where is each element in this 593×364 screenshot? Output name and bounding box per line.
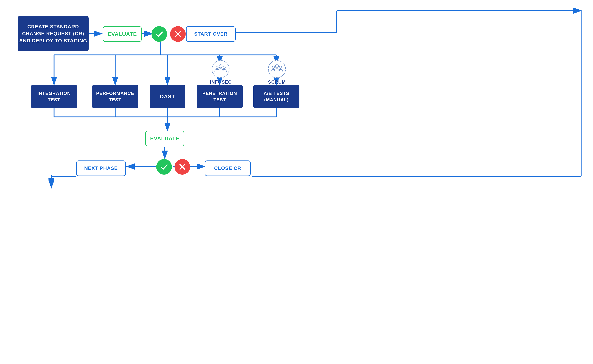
dast-box: DAST	[150, 85, 185, 108]
svg-point-40	[279, 66, 282, 69]
svg-point-36	[216, 66, 218, 69]
infosec-icon	[212, 60, 229, 78]
x-circle-top	[170, 26, 186, 42]
penetration-test-box: PENETRATIONTEST	[197, 85, 243, 108]
create-cr-box: CREATE STANDARDCHANGE REQUEST (CR)AND DE…	[18, 16, 89, 51]
infosec-group: INFOSEC	[210, 60, 231, 85]
evaluate-top-box: EVALUATE	[103, 26, 142, 42]
check-icon-top	[155, 30, 164, 39]
check-circle-bottom	[156, 159, 172, 175]
check-icon-bottom	[160, 162, 169, 171]
x-circle-bottom	[175, 159, 190, 175]
arrows-svg	[0, 0, 593, 364]
next-phase-box: NEXT PHASE	[76, 161, 126, 176]
svg-point-39	[272, 66, 275, 69]
scrum-people-icon	[271, 64, 283, 74]
ab-tests-box: A/B TESTS(MANUAL)	[253, 85, 300, 108]
close-cr-box: CLOSE CR	[205, 161, 251, 176]
bottom-left-arrow	[46, 175, 57, 189]
scrum-team-icon	[268, 60, 286, 78]
integration-test-box: INTEGRATIONTEST	[31, 85, 77, 108]
x-icon-bottom	[178, 162, 187, 171]
svg-point-35	[219, 65, 222, 68]
svg-point-38	[275, 65, 279, 68]
diagram: CREATE STANDARDCHANGE REQUEST (CR)AND DE…	[0, 0, 593, 364]
infosec-label: INFOSEC	[210, 79, 231, 85]
x-icon-top	[173, 30, 182, 39]
start-over-box: START OVER	[186, 26, 236, 42]
infosec-people-icon	[214, 64, 227, 74]
check-circle-top	[151, 26, 167, 42]
svg-point-37	[223, 66, 225, 69]
evaluate-bottom-box: EVALUATE	[145, 131, 184, 146]
performance-test-box: PERFORMANCETEST	[92, 85, 138, 108]
